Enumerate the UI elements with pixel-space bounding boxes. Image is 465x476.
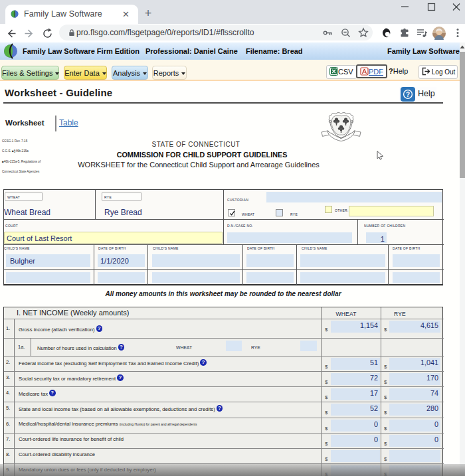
svg-text:?: ? bbox=[406, 91, 410, 98]
